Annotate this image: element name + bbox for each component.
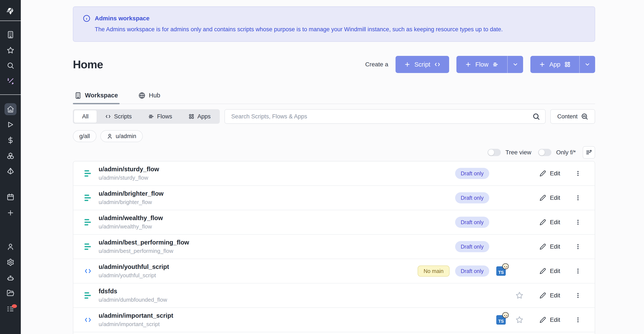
edit-label: Edit (550, 170, 560, 177)
type-filter-segmented: All Scripts Flows Apps (73, 109, 220, 124)
list-item[interactable]: u/admin/sturdy_flow u/admin/sturdy_flow … (73, 162, 595, 186)
filter-plus-icon (586, 149, 592, 156)
sidebar-item-workers[interactable] (0, 272, 21, 284)
more-options-button[interactable] (574, 219, 582, 225)
main-area: Admins workspace The Admins workspace is… (21, 0, 644, 334)
filter-flows[interactable]: Flows (140, 110, 180, 123)
create-app-dropdown[interactable] (579, 56, 595, 73)
items-list: u/admin/sturdy_flow u/admin/sturdy_flow … (73, 161, 595, 334)
create-flow-dropdown[interactable] (507, 56, 523, 73)
edit-button[interactable]: Edit (534, 268, 566, 275)
code-icon (434, 61, 440, 68)
kebab-icon (575, 219, 581, 225)
create-app-button[interactable]: App (530, 56, 595, 73)
sidebar-item-triggers[interactable] (0, 165, 21, 177)
create-script-button[interactable]: Script (396, 56, 449, 73)
more-options-button[interactable] (574, 170, 582, 177)
item-type-icon (83, 316, 92, 324)
edit-button[interactable]: Edit (534, 292, 566, 299)
create-flow-button[interactable]: Flow (456, 56, 523, 73)
sidebar-item-users[interactable] (0, 241, 21, 253)
sidebar-item-home[interactable] (0, 103, 21, 115)
pencil-icon (540, 219, 546, 225)
list-item[interactable]: u/admin/generous_flow Edit (73, 332, 595, 334)
item-path: u/admin/dumbfounded_flow (98, 297, 167, 303)
list-item[interactable]: u/admin/brighter_flow u/admin/brighter_f… (73, 186, 595, 210)
more-options-button[interactable] (574, 195, 582, 201)
script-icon (84, 316, 92, 324)
content-search-button[interactable]: Content (550, 109, 595, 124)
list-item[interactable]: u/admin/important_script u/admin/importa… (73, 308, 595, 332)
item-badges: Draft only (455, 241, 489, 252)
tab-workspace[interactable]: Workspace (73, 90, 120, 104)
tag-g-all-label: g/all (79, 133, 90, 140)
edit-button[interactable]: Edit (534, 194, 566, 201)
edit-button[interactable]: Edit (534, 219, 566, 226)
tag-g-all[interactable]: g/all (73, 130, 96, 142)
create-script-label: Script (414, 61, 430, 68)
person-icon (107, 133, 113, 139)
kebab-icon (575, 292, 581, 299)
item-type-icon (83, 292, 92, 299)
star-icon[interactable] (515, 316, 524, 324)
workspace-hub-tabs: Workspace Hub (73, 90, 595, 104)
more-options-button[interactable] (574, 292, 582, 299)
list-item[interactable]: u/admin/best_performing_flow u/admin/bes… (73, 235, 595, 259)
star-icon[interactable] (515, 291, 524, 300)
edit-label: Edit (550, 219, 560, 226)
edit-button[interactable]: Edit (534, 170, 566, 177)
edit-button[interactable]: Edit (534, 243, 566, 250)
flow-icon (84, 195, 91, 201)
item-type-icon (83, 267, 92, 275)
only-f-label: Only f/* (556, 149, 576, 156)
plus-icon (465, 61, 472, 68)
search-icon[interactable] (532, 113, 540, 120)
list-item[interactable]: u/admin/wealthy_flow u/admin/wealthy_flo… (73, 210, 595, 235)
sidebar-item-favorites[interactable] (0, 44, 21, 56)
create-a-label: Create a (365, 61, 388, 68)
list-item[interactable]: u/admin/youthful_script u/admin/youthful… (73, 259, 595, 284)
item-title: u/admin/youthful_script (98, 263, 169, 270)
windmill-logo[interactable] (0, 0, 21, 21)
tab-hub[interactable]: Hub (137, 90, 162, 104)
only-f-toggle[interactable] (538, 149, 552, 156)
sidebar-item-ai-wand[interactable] (0, 75, 21, 87)
list-item[interactable]: fdsfds u/admin/dumbfounded_flow Edit (73, 284, 595, 308)
sidebar-item-schedules[interactable] (0, 191, 21, 203)
pencil-icon (540, 317, 546, 323)
sidebar-item-variables[interactable] (0, 134, 21, 146)
plus-icon (404, 61, 410, 68)
item-title: u/admin/best_performing_flow (98, 239, 189, 246)
sidebar-item-search[interactable] (0, 59, 21, 71)
plus-icon (539, 61, 546, 68)
filter-all[interactable]: All (74, 110, 97, 123)
sidebar-item-audit-logs[interactable] (0, 303, 21, 315)
sidebar-item-runs[interactable] (0, 119, 21, 131)
kebab-icon (575, 317, 581, 323)
tree-view-toggle[interactable] (488, 149, 501, 156)
item-badges: Draft only (455, 168, 489, 179)
sidebar-item-workspace[interactable] (0, 29, 21, 41)
draft-only-badge: Draft only (455, 217, 489, 228)
item-path: u/admin/important_script (98, 321, 173, 328)
filter-apps[interactable]: Apps (180, 110, 219, 123)
sidebar-item-folders[interactable] (0, 287, 21, 299)
filter-plus-button[interactable] (583, 146, 595, 159)
sidebar-item-settings[interactable] (0, 256, 21, 268)
grid-icon (188, 114, 194, 120)
sidebar-item-resources[interactable] (0, 150, 21, 162)
sidebar-item-create[interactable] (0, 207, 21, 219)
search-input[interactable] (224, 109, 546, 124)
edit-button[interactable]: Edit (534, 317, 566, 323)
tag-u-admin[interactable]: u/admin (100, 130, 143, 142)
flow-icon (84, 170, 91, 177)
edit-label: Edit (550, 194, 560, 201)
more-options-button[interactable] (574, 268, 582, 274)
filter-scripts[interactable]: Scripts (97, 110, 140, 123)
search-code-icon (581, 113, 588, 120)
sidebar-divider (0, 94, 21, 95)
more-options-button[interactable] (574, 317, 582, 323)
more-options-button[interactable] (574, 243, 582, 250)
banner-body: The Admins workspace is for admins only … (95, 26, 585, 33)
item-language (494, 242, 508, 251)
